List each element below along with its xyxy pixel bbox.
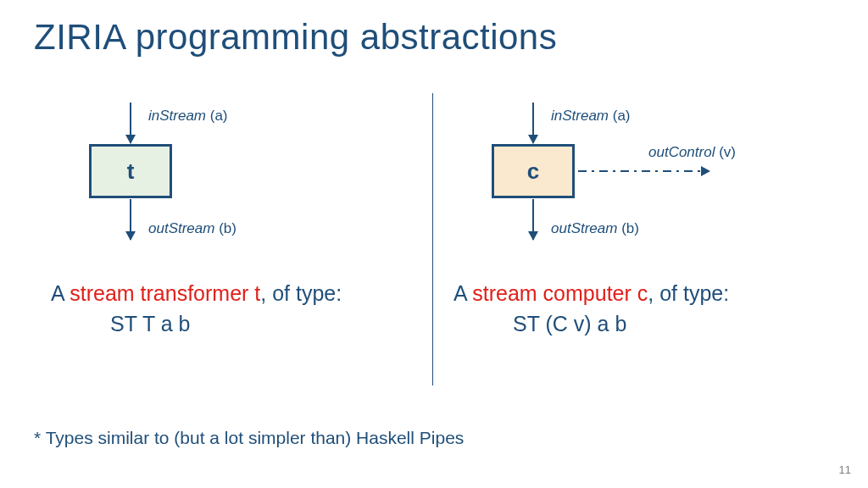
computer-box: c bbox=[492, 144, 575, 198]
computer-diagram: inStream (a) c outControl (v) outStream … bbox=[453, 97, 818, 275]
instream-paren: (a) bbox=[609, 108, 631, 124]
outstream-paren: (b) bbox=[214, 220, 236, 236]
instream-paren: (a) bbox=[206, 108, 228, 124]
desc-highlight: stream transformer t bbox=[70, 281, 260, 305]
arrow-down-icon bbox=[528, 231, 538, 241]
outstream-paren: (b) bbox=[617, 220, 639, 236]
outcontrol-italic: outControl bbox=[648, 144, 715, 160]
footnote: * Types similar to (but a lot simpler th… bbox=[34, 428, 464, 448]
transformer-diagram: inStream (a) t outStream (b) bbox=[51, 97, 415, 275]
instream-italic: inStream bbox=[551, 108, 609, 124]
vertical-divider bbox=[432, 93, 433, 385]
left-column: inStream (a) t outStream (b) A stream tr… bbox=[51, 97, 415, 275]
instream-italic: inStream bbox=[148, 108, 206, 124]
slide-title: ZIRIA programming abstractions bbox=[34, 17, 557, 58]
instream-label: inStream (a) bbox=[551, 108, 631, 125]
type-signature: ST (C v) a b bbox=[513, 310, 729, 339]
arrow-down-icon bbox=[125, 231, 136, 241]
desc-pre: A bbox=[51, 281, 70, 305]
outstream-italic: outStream bbox=[148, 220, 214, 236]
instream-label: inStream (a) bbox=[148, 108, 228, 125]
outstream-label: outStream (b) bbox=[148, 220, 236, 237]
arrow-down-icon bbox=[528, 135, 538, 144]
outcontrol-label: outControl (v) bbox=[648, 144, 736, 161]
desc-post: , of type: bbox=[260, 281, 342, 305]
transformer-box: t bbox=[89, 144, 172, 198]
transformer-description: A stream transformer t, of type: ST T a … bbox=[51, 280, 342, 339]
outstream-label: outStream (b) bbox=[551, 220, 639, 237]
page-number: 11 bbox=[839, 463, 851, 476]
dashed-arrow-line bbox=[578, 170, 701, 172]
arrow-right-icon bbox=[701, 166, 710, 176]
outstream-italic: outStream bbox=[551, 220, 617, 236]
desc-post: , of type: bbox=[648, 281, 729, 305]
right-column: inStream (a) c outControl (v) outStream … bbox=[453, 97, 818, 275]
type-signature: ST T a b bbox=[110, 310, 342, 339]
desc-highlight: stream computer c bbox=[472, 281, 648, 305]
arrow-down-icon bbox=[125, 135, 136, 144]
desc-pre: A bbox=[453, 281, 472, 305]
computer-description: A stream computer c, of type: ST (C v) a… bbox=[453, 280, 729, 339]
outcontrol-paren: (v) bbox=[715, 144, 736, 160]
